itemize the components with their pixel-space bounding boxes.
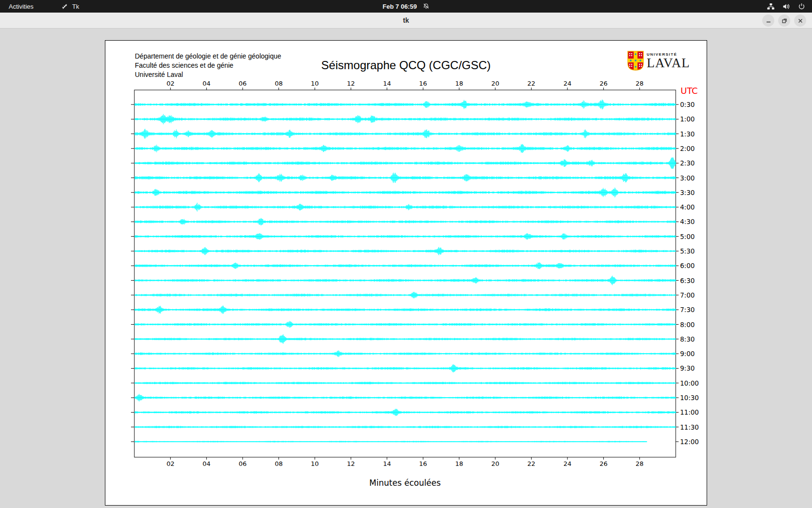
x-tick-label-bottom: 10 — [311, 460, 319, 467]
restore-icon — [782, 18, 787, 24]
x-tick-label-top: 02 — [166, 80, 174, 87]
trace-time-label: 5:00 — [680, 233, 695, 240]
x-tick-label-top: 28 — [636, 80, 644, 87]
trace-time-label: 9:00 — [680, 350, 695, 358]
x-tick-label-top: 14 — [383, 80, 391, 87]
x-tick-label-top: 20 — [491, 80, 499, 87]
x-tick-label-bottom: 22 — [527, 460, 536, 467]
minimize-button[interactable] — [762, 15, 774, 27]
gnome-top-bar: Activities Tk Feb 7 06:59 — [0, 0, 812, 13]
volume-icon — [783, 3, 790, 10]
x-tick-label-top: 12 — [347, 80, 355, 87]
trace-time-label: 1:30 — [680, 130, 695, 138]
minimize-icon — [766, 18, 771, 24]
clock-label: Feb 7 06:59 — [383, 3, 417, 10]
x-tick-label-bottom: 20 — [491, 460, 499, 467]
notifications-muted-icon — [422, 3, 429, 10]
maximize-button[interactable] — [778, 15, 790, 27]
x-tick-label-bottom: 18 — [455, 460, 464, 467]
x-tick-label-top: 18 — [455, 80, 464, 87]
trace-time-label: 12:00 — [680, 438, 699, 446]
x-tick-label-top: 26 — [599, 80, 608, 87]
x-tick-label-bottom: 16 — [419, 460, 427, 467]
x-axis-title: Minutes écoulées — [369, 478, 441, 488]
close-icon — [798, 18, 803, 24]
trace-time-label: 8:00 — [680, 321, 695, 329]
x-tick-label-bottom: 28 — [636, 460, 644, 467]
app-menu-tk[interactable]: Tk — [58, 0, 83, 13]
x-tick-label-bottom: 06 — [239, 460, 247, 467]
tk-app-label: Tk — [72, 3, 79, 10]
trace-time-label: 2:00 — [680, 145, 695, 152]
x-tick-label-bottom: 04 — [203, 460, 211, 467]
x-tick-label-bottom: 02 — [166, 460, 174, 467]
x-tick-label-top: 10 — [311, 80, 319, 87]
trace-time-label: 9:30 — [680, 364, 695, 372]
trace-time-label: 4:00 — [680, 203, 695, 211]
trace-time-label: 10:00 — [680, 379, 699, 387]
x-tick-label-bottom: 12 — [347, 460, 355, 467]
x-tick-label-bottom: 24 — [564, 460, 572, 467]
trace-time-label: 8:30 — [680, 335, 695, 343]
x-tick-label-top: 24 — [564, 80, 572, 87]
trace-time-label: 0:30 — [680, 101, 695, 108]
clock-menu[interactable]: Feb 7 06:59 — [383, 3, 430, 10]
x-tick-label-top: 16 — [419, 80, 427, 87]
system-status-area[interactable] — [767, 3, 805, 10]
trace-time-label: 7:00 — [680, 291, 695, 299]
window-title-bar[interactable]: tk — [0, 13, 812, 29]
x-tick-label-top: 08 — [275, 80, 283, 87]
close-button[interactable] — [794, 15, 806, 27]
network-icon — [767, 3, 775, 10]
tk-app-icon — [61, 3, 69, 10]
activities-button[interactable]: Activities — [0, 0, 42, 13]
trace-time-label: 2:30 — [680, 159, 695, 167]
x-tick-label-top: 22 — [527, 80, 536, 87]
power-icon — [798, 3, 805, 10]
seismograph-canvas: Département de géologie et de génie géol… — [105, 40, 707, 506]
trace-time-label: 10:30 — [680, 394, 699, 402]
trace-time-label: 11:00 — [680, 408, 699, 416]
tk-window-body: Département de géologie et de génie géol… — [0, 29, 812, 508]
trace-time-label: 1:00 — [680, 115, 695, 123]
x-tick-label-bottom: 14 — [383, 460, 391, 467]
helicorder-plot: 0202040406060808101012121414161618182020… — [105, 41, 708, 506]
trace-time-label: 3:30 — [680, 189, 695, 196]
trace-time-label: 6:00 — [680, 262, 695, 269]
trace-time-label: 6:30 — [680, 277, 695, 284]
x-tick-label-top: 04 — [203, 80, 211, 87]
activities-label: Activities — [9, 3, 33, 10]
trace-time-label: 3:00 — [680, 174, 695, 182]
trace-time-label: 4:30 — [680, 218, 695, 225]
plot-box — [134, 90, 676, 457]
utc-label: UTC — [681, 86, 698, 96]
x-tick-label-bottom: 08 — [275, 460, 283, 467]
trace-time-label: 5:30 — [680, 247, 695, 255]
x-tick-label-top: 06 — [239, 80, 247, 87]
trace-time-label: 11:30 — [680, 423, 699, 431]
trace-time-label: 7:30 — [680, 306, 695, 314]
window-title: tk — [403, 16, 409, 24]
x-tick-label-bottom: 26 — [599, 460, 608, 467]
